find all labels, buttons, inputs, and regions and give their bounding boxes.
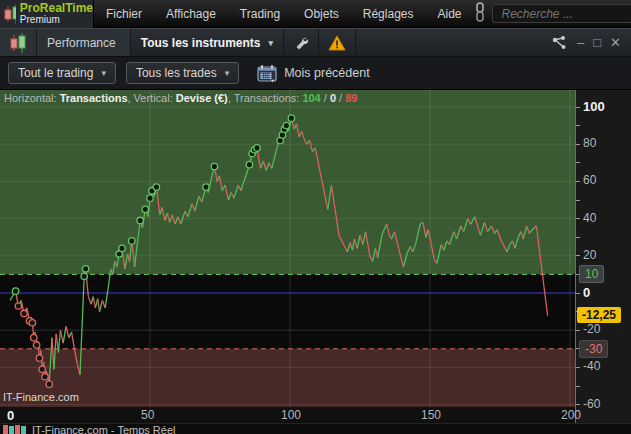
candlestick-tab-icon bbox=[10, 33, 27, 53]
maximize-button[interactable]: □ bbox=[593, 36, 601, 49]
y-axis-tick bbox=[576, 181, 580, 182]
status-candles-icon bbox=[2, 424, 28, 434]
warning-icon bbox=[328, 35, 346, 51]
app-logo: ProRealTime Premium bbox=[0, 0, 94, 28]
y-axis-tick bbox=[576, 144, 580, 145]
y-axis-tick bbox=[576, 218, 580, 219]
x-axis-label: 100 bbox=[281, 408, 301, 422]
chevron-down-icon: ▾ bbox=[269, 38, 274, 48]
period-label: Mois précédent bbox=[284, 66, 369, 80]
warning-button[interactable] bbox=[319, 29, 356, 56]
prorealtime-window: ProRealTime Premium Fichier Affichage Tr… bbox=[0, 0, 631, 434]
chart-header: Horizontal: Transactions, Vertical: Devi… bbox=[4, 92, 357, 104]
y-axis-label: -40 bbox=[583, 359, 600, 373]
y-axis-label: -60 bbox=[583, 397, 600, 411]
y-axis-label: 0 bbox=[583, 285, 590, 300]
y-axis-label: 20 bbox=[583, 248, 596, 262]
x-axis[interactable]: 050100150200 bbox=[0, 407, 575, 423]
y-axis-label: 40 bbox=[583, 211, 596, 225]
separator: / bbox=[336, 92, 345, 104]
y-axis-tick bbox=[576, 200, 580, 201]
y-axis-tick bbox=[576, 386, 580, 387]
candlestick-logo-icon bbox=[4, 4, 16, 24]
y-axis-tick bbox=[576, 162, 580, 163]
y-axis-tick bbox=[576, 255, 580, 256]
chevron-down-icon: ▾ bbox=[225, 68, 230, 78]
chart-axis-vertical-label: , Vertical: bbox=[128, 92, 176, 104]
x-axis-label: 0 bbox=[7, 408, 14, 423]
performance-tab-icon-cell bbox=[0, 29, 37, 56]
menu-item-reglages[interactable]: Réglages bbox=[351, 7, 426, 21]
logo-subtitle: Premium bbox=[20, 14, 93, 25]
menu-item-objets[interactable]: Objets bbox=[292, 7, 351, 21]
period-selector: Mois précédent bbox=[257, 64, 369, 83]
y-axis-label: -20 bbox=[583, 322, 600, 336]
winning-trades-count: 104 bbox=[302, 92, 320, 104]
y-axis-tick bbox=[576, 107, 580, 108]
instrument-selector-value: Tous les instruments bbox=[141, 36, 261, 50]
chevron-down-icon: ▾ bbox=[101, 68, 106, 78]
chart-axis-vertical-value: Devise (€) bbox=[176, 92, 228, 104]
performance-chart-plot[interactable] bbox=[0, 90, 575, 407]
menu-item-fichier[interactable]: Fichier bbox=[94, 7, 154, 21]
instrument-selector-dropdown[interactable]: Tous les instruments ▾ bbox=[131, 29, 284, 56]
search-box[interactable] bbox=[492, 4, 631, 23]
chart-transactions-label: , Transactions: bbox=[228, 92, 303, 104]
y-axis-tick bbox=[576, 293, 580, 294]
close-button[interactable]: ✕ bbox=[610, 36, 621, 49]
separator: / bbox=[321, 92, 330, 104]
logo-title: ProRealTime bbox=[20, 3, 93, 14]
status-feed-label: IT-Finance.com - Temps Réel bbox=[32, 424, 175, 434]
current-value-badge: -12,25 bbox=[577, 307, 621, 323]
losing-trades-count: 89 bbox=[345, 92, 357, 104]
equity-curve-chart bbox=[0, 90, 575, 407]
chart-axis-horizontal-value: Transactions bbox=[60, 92, 128, 104]
upper-level-badge: 10 bbox=[579, 265, 604, 283]
y-axis-tick bbox=[576, 330, 580, 331]
lower-level-badge: -30 bbox=[579, 340, 608, 358]
chart-watermark: IT-Finance.com bbox=[3, 391, 79, 403]
y-axis-label: 60 bbox=[583, 173, 596, 187]
y-axis-tick bbox=[576, 237, 580, 238]
menu-item-aide[interactable]: Aide bbox=[425, 7, 473, 21]
x-axis-label: 150 bbox=[421, 408, 441, 422]
menu-item-trading[interactable]: Trading bbox=[228, 7, 292, 21]
trading-filter-value: Tout le trading bbox=[18, 66, 93, 80]
trading-filter-dropdown[interactable]: Tout le trading ▾ bbox=[8, 62, 116, 84]
filters-toolbar: Tout le trading ▾ Tous les trades ▾ Mois… bbox=[0, 57, 631, 90]
y-axis-label: 80 bbox=[583, 136, 596, 150]
calendar-icon[interactable] bbox=[257, 64, 278, 83]
trades-filter-dropdown[interactable]: Tous les trades ▾ bbox=[126, 62, 239, 84]
x-axis-label: 200 bbox=[561, 408, 581, 422]
trades-filter-value: Tous les trades bbox=[136, 66, 217, 80]
menu-bar: ProRealTime Premium Fichier Affichage Tr… bbox=[0, 0, 631, 28]
y-axis-tick bbox=[576, 125, 580, 126]
window-controls: – □ ✕ bbox=[551, 35, 631, 51]
settings-wrench-button[interactable] bbox=[284, 29, 319, 56]
status-bar: IT-Finance.com - Temps Réel bbox=[0, 423, 631, 434]
minimize-button[interactable]: – bbox=[577, 36, 584, 49]
x-axis-label: 50 bbox=[141, 408, 154, 422]
wrench-icon bbox=[293, 35, 309, 51]
y-axis-tick bbox=[576, 404, 580, 405]
link-chain-icon[interactable] bbox=[474, 2, 486, 26]
performance-window-titlebar: Performance Tous les instruments ▾ bbox=[0, 28, 631, 57]
y-axis-label: 100 bbox=[583, 99, 605, 114]
performance-tab-label: Performance bbox=[37, 29, 131, 56]
y-axis-tick bbox=[576, 367, 580, 368]
chart-axis-horizontal-label: Horizontal: bbox=[4, 92, 60, 104]
menu-item-affichage[interactable]: Affichage bbox=[154, 7, 228, 21]
share-icon[interactable] bbox=[551, 35, 568, 51]
y-axis[interactable]: 100806040200-20-40-6010-12,25-30 bbox=[575, 90, 631, 423]
search-input[interactable] bbox=[500, 6, 631, 22]
